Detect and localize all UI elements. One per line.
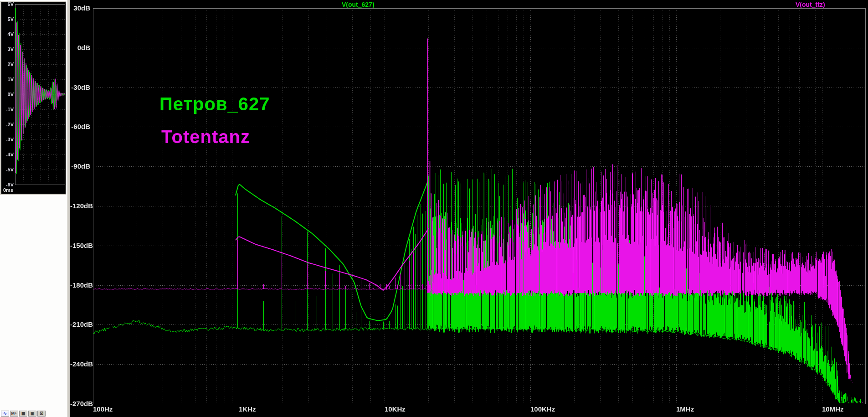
mini-y-tick-1v: 1V: [1, 77, 14, 82]
pane-divider[interactable]: [67, 0, 70, 417]
x-tick-1khz: 1KHz: [239, 405, 256, 413]
mini-y-tick--2v: -2V: [1, 122, 14, 127]
mini-y-tick--1v: -1V: [1, 107, 14, 112]
x-tick-100khz: 100KHz: [530, 405, 555, 413]
mini-x-tick-0ms: 0ms: [3, 187, 13, 193]
x-tick-10mhz: 10MHz: [822, 405, 844, 413]
trace-label-v-out-ttz[interactable]: V(out_ttz): [796, 1, 825, 8]
mini-y-tick-2v: 2V: [1, 62, 14, 67]
annotation-totentanz[interactable]: Totentanz: [161, 127, 250, 147]
y-tick--150db: -150dB: [70, 242, 90, 249]
x-tick-100hz: 100Hz: [93, 405, 113, 413]
scope-window-icon[interactable]: ∿: [1, 411, 9, 417]
y-tick--270db: -270dB: [70, 400, 90, 407]
mini-y-tick--3v: -3V: [1, 137, 14, 142]
y-tick-0db: 0dB: [70, 44, 90, 51]
fft-plot-canvas[interactable]: [70, 0, 868, 417]
waveform-viewer-window: { "colors": { "green": "#00e000", "magen…: [0, 0, 868, 417]
mini-y-tick-3v: 3V: [1, 46, 14, 52]
y-tick--60db: -60dB: [70, 123, 90, 130]
trace-label-v-out-627[interactable]: V(out_627): [342, 1, 375, 8]
y-tick--30db: -30dB: [70, 83, 90, 91]
mini-y-tick--6v: -6V: [1, 182, 14, 187]
fft-plot-pane: V(out_627) V(out_ttz) Петров_627 Totenta…: [70, 0, 868, 417]
y-tick--240db: -240dB: [70, 360, 90, 368]
taskbar-icons: ∿ M+ ▦ ▣ ☒: [1, 411, 46, 417]
measure-icon[interactable]: M+: [10, 411, 18, 417]
mini-y-tick-6v: 6V: [1, 1, 14, 7]
panel-window-icon[interactable]: ▣: [28, 411, 36, 417]
y-tick-30db: 30dB: [70, 4, 90, 12]
mini-y-tick-5v: 5V: [1, 16, 14, 22]
mini-y-tick--4v: -4V: [1, 152, 14, 157]
mini-y-tick-4v: 4V: [1, 31, 14, 37]
x-tick-10khz: 10KHz: [385, 405, 406, 413]
x-tick-1mhz: 1MHz: [676, 405, 694, 413]
mini-y-tick--5v: -5V: [1, 167, 14, 172]
y-tick--210db: -210dB: [70, 320, 90, 328]
y-tick--90db: -90dB: [70, 162, 90, 170]
mini-y-tick-0v: 0V: [1, 92, 14, 97]
y-tick--180db: -180dB: [70, 281, 90, 289]
grid-window-icon[interactable]: ▦: [19, 411, 27, 417]
side-panel: 6V 5V 4V 3V 2V 1V 0V -1V -2V -3V -4V -5V…: [0, 0, 67, 417]
close-window-icon[interactable]: ☒: [37, 411, 46, 417]
annotation-petrov-627[interactable]: Петров_627: [159, 94, 270, 114]
transient-plot-canvas[interactable]: [1, 2, 66, 194]
transient-plot-window: 6V 5V 4V 3V 2V 1V 0V -1V -2V -3V -4V -5V…: [1, 2, 65, 194]
y-tick--120db: -120dB: [70, 202, 90, 210]
